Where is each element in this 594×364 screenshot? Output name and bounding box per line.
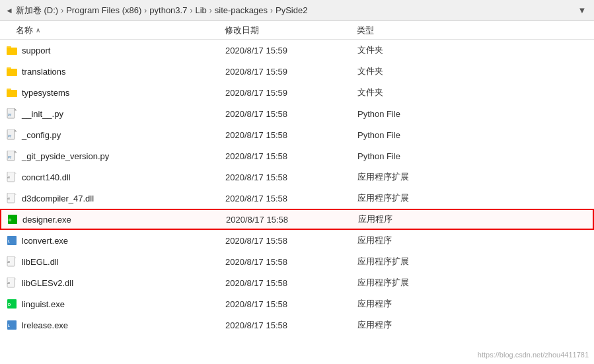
- file-row[interactable]: py __init__.py 2020/8/17 15:58 Python Fi…: [0, 103, 594, 124]
- exe-icon: L: [6, 235, 18, 246]
- file-date-cell: 2020/8/17 15:58: [225, 278, 357, 288]
- file-row[interactable]: L lconvert.exe 2020/8/17 15:58 应用程序: [0, 230, 594, 251]
- svg-text:L: L: [8, 324, 10, 328]
- breadcrumb-sitepackages[interactable]: site-packages: [215, 5, 268, 15]
- breadcrumb-dropdown[interactable]: ▼: [575, 4, 589, 17]
- file-type-cell: 应用程序扩展: [357, 171, 503, 183]
- breadcrumb-python[interactable]: python3.7: [149, 5, 187, 15]
- svg-rect-5: [7, 89, 11, 91]
- file-row[interactable]: dll libGLESv2.dll 2020/8/17 15:58 应用程序扩展: [0, 272, 594, 293]
- file-date-cell: 2020/8/17 15:58: [225, 130, 357, 140]
- folder-icon: [6, 45, 18, 55]
- sep2: ›: [144, 6, 147, 15]
- file-date-cell: 2020/8/17 15:58: [225, 151, 357, 161]
- file-date-cell: 2020/8/17 15:58: [225, 172, 357, 182]
- file-row[interactable]: py _config.py 2020/8/17 15:58 Python Fil…: [0, 124, 594, 145]
- breadcrumb-pyside2[interactable]: PySide2: [276, 5, 307, 15]
- svg-text:dll: dll: [7, 260, 10, 264]
- dll-icon: dll: [6, 193, 18, 203]
- file-name-cell: typesystems: [1, 87, 225, 98]
- exe-icon: D: [6, 299, 18, 309]
- svg-text:dll: dll: [7, 281, 10, 285]
- breadcrumb-lib[interactable]: Lib: [195, 5, 206, 15]
- exe-icon: L: [6, 320, 18, 330]
- svg-text:py: py: [8, 112, 12, 116]
- col-name-header[interactable]: 名称 ∧: [0, 24, 225, 36]
- folder-icon: [6, 66, 18, 77]
- exe-icon: D: [7, 214, 19, 225]
- file-name: lconvert.exe: [22, 236, 68, 246]
- file-name-cell: py _config.py: [1, 129, 225, 140]
- file-name-cell: dll d3dcompiler_47.dll: [1, 193, 225, 203]
- file-name: libEGL.dll: [22, 257, 59, 267]
- column-header: 名称 ∧ 修改日期 类型: [0, 21, 594, 40]
- breadcrumb-bar: ◄ 新加卷 (D:) › Program Files (x86) › pytho…: [0, 0, 594, 21]
- file-row[interactable]: support 2020/8/17 15:59 文件夹: [0, 40, 594, 61]
- svg-text:L: L: [8, 239, 10, 243]
- file-row[interactable]: D designer.exe 2020/8/17 15:58 应用程序: [0, 209, 594, 230]
- file-row[interactable]: dll libEGL.dll 2020/8/17 15:58 应用程序扩展: [0, 251, 594, 272]
- file-name-cell: support: [1, 45, 225, 55]
- col-type-header[interactable]: 类型: [357, 24, 489, 36]
- sep4: ›: [209, 6, 212, 15]
- file-name: linguist.exe: [22, 299, 65, 309]
- file-name-cell: dll libEGL.dll: [1, 256, 225, 267]
- file-name: d3dcompiler_47.dll: [22, 194, 94, 203]
- svg-marker-8: [15, 108, 17, 110]
- file-date-cell: 2020/8/17 15:58: [225, 257, 357, 267]
- svg-marker-16: [15, 151, 17, 153]
- file-name: _git_pyside_version.py: [22, 151, 109, 161]
- dll-icon: dll: [6, 172, 18, 182]
- file-name: translations: [22, 67, 65, 77]
- svg-marker-19: [15, 172, 17, 174]
- svg-text:dll: dll: [7, 197, 10, 200]
- svg-text:dll: dll: [7, 176, 10, 179]
- file-name: lrelease.exe: [22, 320, 68, 330]
- file-date-cell: 2020/8/17 15:59: [225, 67, 357, 77]
- file-row[interactable]: L lrelease.exe 2020/8/17 15:58 应用程序: [0, 314, 594, 336]
- file-type-cell: 应用程序扩展: [357, 256, 503, 268]
- file-type-cell: 应用程序: [357, 319, 503, 331]
- file-name: concrt140.dll: [22, 172, 71, 182]
- svg-rect-1: [7, 46, 11, 49]
- back-arrow[interactable]: ◄: [5, 6, 13, 15]
- file-type-cell: 应用程序扩展: [357, 192, 503, 204]
- svg-text:D: D: [9, 218, 12, 222]
- file-row[interactable]: dll d3dcompiler_47.dll 2020/8/17 15:58 应…: [0, 188, 594, 209]
- file-date-cell: 2020/8/17 15:59: [225, 46, 357, 55]
- file-row[interactable]: D linguist.exe 2020/8/17 15:58 应用程序: [0, 293, 594, 314]
- sep5: ›: [270, 6, 273, 15]
- col-date-header[interactable]: 修改日期: [225, 24, 357, 36]
- file-name-cell: D designer.exe: [1, 214, 226, 225]
- folder-icon: [6, 87, 18, 98]
- file-date-cell: 2020/8/17 15:58: [225, 299, 357, 309]
- file-type-cell: 应用程序: [357, 235, 503, 246]
- svg-text:py: py: [8, 155, 12, 159]
- file-type-cell: 文件夹: [357, 65, 503, 77]
- file-row[interactable]: dll concrt140.dll 2020/8/17 15:58 应用程序扩展: [0, 166, 594, 188]
- explorer-content: 名称 ∧ 修改日期 类型 support 2020/8/17 15:59 文件夹…: [0, 21, 594, 364]
- svg-marker-12: [15, 129, 17, 131]
- python-file-icon: py: [6, 108, 18, 119]
- svg-marker-22: [15, 193, 17, 195]
- file-row[interactable]: typesystems 2020/8/17 15:59 文件夹: [0, 82, 594, 103]
- file-name-cell: dll concrt140.dll: [1, 172, 225, 182]
- file-name: _config.py: [22, 130, 61, 140]
- file-name-cell: L lconvert.exe: [1, 235, 225, 246]
- file-date-cell: 2020/8/17 15:58: [226, 215, 358, 225]
- file-name: support: [22, 46, 50, 55]
- file-date-cell: 2020/8/17 15:58: [225, 236, 357, 246]
- file-type-cell: 文件夹: [357, 44, 503, 56]
- dll-icon: dll: [6, 277, 18, 288]
- file-row[interactable]: py _git_pyside_version.py 2020/8/17 15:5…: [0, 145, 594, 166]
- file-name: typesystems: [22, 88, 69, 98]
- breadcrumb-programfiles[interactable]: Program Files (x86): [66, 5, 141, 15]
- svg-marker-29: [15, 256, 17, 258]
- file-type-cell: Python File: [357, 151, 503, 161]
- file-name-cell: py _git_pyside_version.py: [1, 151, 225, 161]
- breadcrumb-drive[interactable]: 新加卷 (D:): [16, 5, 58, 17]
- file-row[interactable]: translations 2020/8/17 15:59 文件夹: [0, 61, 594, 82]
- file-name-cell: D linguist.exe: [1, 299, 225, 309]
- file-type-cell: 应用程序: [358, 213, 503, 225]
- file-name: __init__.py: [22, 109, 63, 119]
